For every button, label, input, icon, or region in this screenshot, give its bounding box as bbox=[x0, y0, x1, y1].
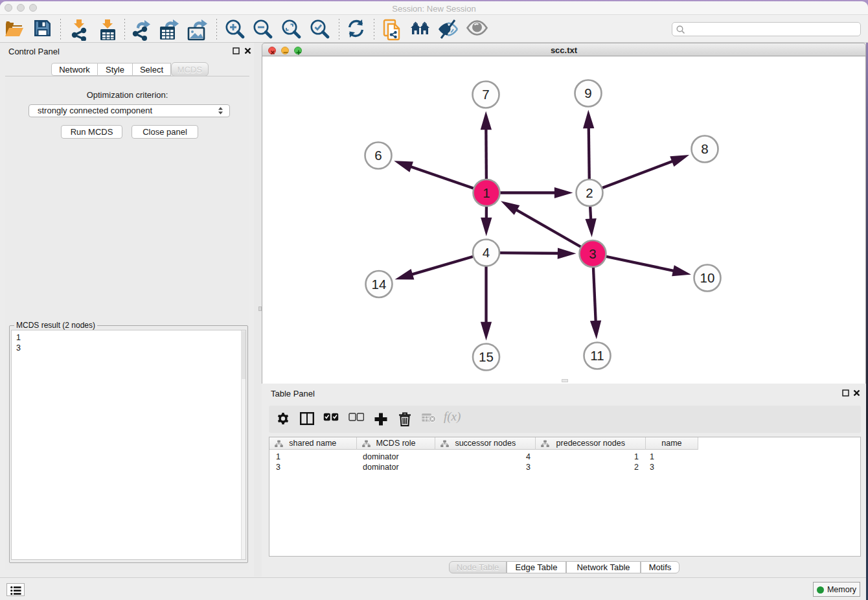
svg-text:2: 2 bbox=[586, 185, 593, 200]
svg-text:6: 6 bbox=[374, 148, 382, 163]
svg-text:11: 11 bbox=[590, 348, 604, 363]
svg-text:3: 3 bbox=[589, 246, 596, 261]
svg-text:7: 7 bbox=[482, 87, 489, 102]
svg-text:15: 15 bbox=[479, 349, 494, 364]
svg-text:4: 4 bbox=[483, 245, 490, 260]
svg-text:14: 14 bbox=[372, 277, 387, 292]
svg-text:10: 10 bbox=[700, 270, 715, 285]
svg-text:1: 1 bbox=[483, 185, 490, 200]
svg-text:8: 8 bbox=[701, 141, 708, 156]
svg-text:9: 9 bbox=[584, 86, 591, 100]
